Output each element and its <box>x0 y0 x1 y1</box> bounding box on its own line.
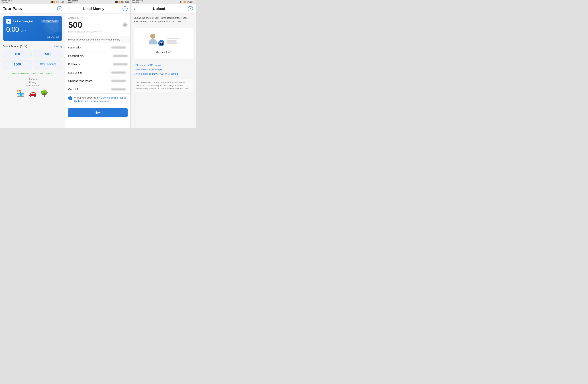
amount-section: Amount (CNY) 500 ✕ Maximum load amount 2… <box>65 14 130 36</box>
more-options-icon-2[interactable]: ··· <box>118 7 121 11</box>
shop-icon: 🏪 <box>17 89 25 97</box>
close-icon-3[interactable]: ✕ <box>188 6 193 11</box>
placeholder-line-1 <box>167 38 179 39</box>
new-visa-sample-link[interactable]: ℹ New version VISA sample <box>134 68 193 71</box>
dob-value <box>111 71 126 74</box>
card-info-label: Card Info <box>68 88 80 91</box>
select-amount-row: Select Amount (CNY) History <box>0 43 65 49</box>
time-label-3: 21:56 <box>190 1 194 3</box>
nationality-value <box>111 46 126 49</box>
fullname-value <box>113 63 127 65</box>
passport-sample-link[interactable]: ℹ Visa exempt country PASSPORT sample <box>134 72 193 75</box>
time-label-2: 21:56 <box>125 1 129 3</box>
amount-btn-500[interactable]: 500 <box>34 50 63 58</box>
status-bar-3: NTT DOCOMO SoftBank ▐▐▐ 📶 99% 21:56 <box>131 0 196 4</box>
chevron-right-icon-dob: › <box>127 71 127 74</box>
page-title: Tour Pass <box>3 6 22 11</box>
bank-logo: ➤ <box>6 19 11 24</box>
amount-btn-100[interactable]: 100 <box>3 50 32 58</box>
chevron-right-icon-card: › <box>127 88 127 90</box>
card-info-row[interactable]: Card Info › <box>65 85 130 93</box>
clear-amount-button[interactable]: ✕ <box>123 22 127 27</box>
wifi-icon-3: 📶 <box>184 1 186 3</box>
scene-icons: 🏪 🚗 🌳 <box>0 88 65 99</box>
camera-icon: 📷 <box>158 40 165 46</box>
amount-btn-other[interactable]: Other Amount <box>34 60 63 69</box>
more-options-icon[interactable]: ··· <box>53 7 55 11</box>
card-info-value <box>111 88 126 90</box>
promo-text[interactable]: Enjoy wallet-free travel across China >> <box>0 72 65 75</box>
next-button[interactable]: Next <box>68 108 127 117</box>
fullname-row[interactable]: Full Name <box>65 60 130 68</box>
whats-this-link[interactable]: What's this? <box>47 36 59 39</box>
screen-load-money: NTT DOCOMO SoftBank ▐▐▐ 📶 99% 21:56 ‹ Lo… <box>65 0 131 128</box>
screen-upload: NTT DOCOMO SoftBank ▐▐▐ 📶 99% 21:56 ‹ Up… <box>131 0 196 128</box>
bank-name: Bank of Shanghai <box>13 20 33 23</box>
load-money-header: ‹ Load Money ··· ✕ <box>65 4 130 14</box>
close-icon[interactable]: ✕ <box>123 6 127 11</box>
status-bar-2: NTT DOCOMO SoftBank ▐▐▐ 📶 99% 21:56 <box>65 0 130 4</box>
visa-photo-row[interactable]: Chinese Visa Photo › <box>65 77 130 85</box>
back-button-upload[interactable]: ‹ <box>134 6 135 11</box>
back-button[interactable]: ‹ <box>68 6 69 11</box>
dob-label: Date of Birth <box>68 71 83 74</box>
battery-label-3: 99% <box>186 1 190 3</box>
nationality-row[interactable]: Nationality › <box>65 43 130 52</box>
screen-tour-pass: NTT DOCOMO SoftBank ▐▐▐ 📶 99% 21:52 Tour… <box>0 0 65 128</box>
amount-btn-1000[interactable]: 1000 <box>3 60 32 69</box>
agreement-row: ✓ You agree to enter into the "Bank of S… <box>65 93 130 105</box>
passport-label: Passport No. <box>68 54 84 57</box>
time-label: 21:52 <box>60 1 64 3</box>
tree-icon: 🌳 <box>40 89 48 97</box>
history-link[interactable]: History <box>54 45 62 48</box>
scene-labels: Shopping Dining Transportation <box>0 78 65 87</box>
avatar-head <box>150 34 155 39</box>
passport-row[interactable]: Passport No. <box>65 52 130 60</box>
avatar-area: 📷 <box>147 34 164 48</box>
info-icon-3: ℹ <box>134 72 134 75</box>
refresh-icon[interactable]: ↻ <box>57 6 62 11</box>
battery-label: 99% <box>56 1 59 3</box>
link-card-notice: Please link your bank card and verify yo… <box>65 36 130 43</box>
amount-grid: 100 500 1000 Other Amount <box>0 49 65 69</box>
visa-photo-label: Chinese Visa Photo <box>68 79 92 82</box>
placeholder-line-2 <box>167 40 177 42</box>
shoot-upload-label: Shoot/Upload <box>156 51 171 54</box>
bank-card: ➤ Bank of Shanghai PREPAID CARD 0.00 CNY… <box>3 16 62 41</box>
scene-transport: Transportation <box>25 84 40 87</box>
agree-checkbox[interactable]: ✓ <box>68 96 72 100</box>
carrier2-label-2: SoftBank <box>67 2 78 4</box>
upload-notice: Upload the photo of your Travel Document… <box>131 14 196 26</box>
upload-card[interactable]: 📷 Shoot/Upload <box>134 28 193 60</box>
info-icon-2: ℹ <box>134 68 134 71</box>
avatar-body <box>149 39 157 44</box>
wifi-icon: 📶 <box>53 1 55 3</box>
info-icon-1: ℹ <box>134 64 134 66</box>
card-balance: 0.00 <box>6 26 19 33</box>
sample-links: ℹ Old version VISA sample ℹ New version … <box>131 62 196 77</box>
scene-dining: Dining <box>29 81 36 84</box>
carrier2-label-3: SoftBank <box>132 2 143 4</box>
more-options-icon-3[interactable]: ··· <box>183 7 186 11</box>
chevron-right-icon: › <box>127 46 127 49</box>
chevron-right-icon-visa: › <box>127 80 127 82</box>
car-icon: 🚗 <box>28 89 37 97</box>
currency-label: CNY <box>21 29 26 32</box>
battery-label-2: 99% <box>121 1 124 3</box>
max-hint: Maximum load amount 2000 CNY <box>68 30 127 35</box>
agreement-text: You agree to enter into the "Bank of Sha… <box>74 96 127 103</box>
signal-icon-2: ▐▐▐ <box>115 1 118 3</box>
status-bar-1: NTT DOCOMO SoftBank ▐▐▐ 📶 99% 21:52 <box>0 0 65 4</box>
tour-pass-header: Tour Pass ··· ↻ <box>0 4 65 14</box>
carrier2-label: SoftBank <box>1 2 13 4</box>
old-visa-sample-link[interactable]: ℹ Old version VISA sample <box>134 64 193 66</box>
wifi-icon-2: 📶 <box>119 1 121 3</box>
signal-icon-3: ▐▐▐ <box>180 1 183 3</box>
signal-icon: ▐▐▐ <box>49 1 53 3</box>
scene-shopping: Shopping <box>28 78 38 80</box>
upload-title: Upload <box>153 7 165 11</box>
entered-amount: 500 <box>68 20 82 30</box>
upload-header: ‹ Upload ··· ✕ <box>131 4 196 14</box>
form-section: Nationality › Passport No. Full Name Dat… <box>65 43 130 93</box>
dob-row[interactable]: Date of Birth › <box>65 68 130 77</box>
